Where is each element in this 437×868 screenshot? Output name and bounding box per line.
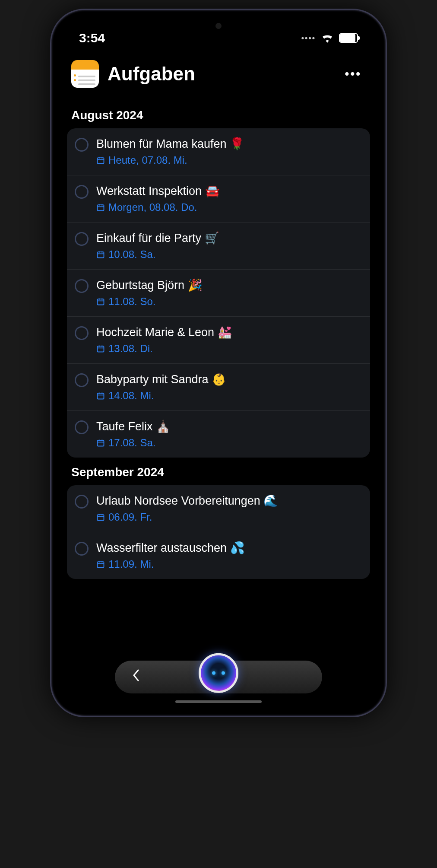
task-title: Einkauf für die Party 🛒 (96, 231, 362, 245)
wifi-icon (321, 33, 334, 43)
task-item[interactable]: Blumen für Mama kaufen 🌹Heute, 07.08. Mi… (67, 128, 370, 175)
section-header: September 2024 (67, 458, 370, 485)
notch (180, 17, 257, 35)
task-date-text: 11.08. So. (108, 296, 155, 308)
svg-rect-0 (98, 158, 104, 163)
svg-rect-4 (98, 346, 104, 352)
svg-rect-1 (98, 205, 104, 210)
task-title: Babyparty mit Sandra 👶 (96, 372, 362, 386)
assistant-orb[interactable] (199, 653, 238, 693)
task-title: Geburtstag Björn 🎉 (96, 278, 362, 292)
task-date-text: 13.08. Di. (108, 343, 153, 355)
task-list-scroll[interactable]: August 2024Blumen für Mama kaufen 🌹Heute… (58, 101, 379, 709)
task-title: Urlaub Nordsee Vorbereitungen 🌊 (96, 494, 362, 508)
task-group: Urlaub Nordsee Vorbereitungen 🌊06.09. Fr… (67, 485, 370, 579)
task-checkbox[interactable] (75, 185, 89, 199)
bottom-bar (115, 661, 322, 693)
task-item[interactable]: Einkauf für die Party 🛒10.08. Sa. (67, 223, 370, 270)
task-item[interactable]: Hochzeit Marie & Leon 💒13.08. Di. (67, 317, 370, 364)
back-button[interactable] (132, 669, 140, 685)
task-checkbox[interactable] (75, 326, 89, 340)
svg-rect-5 (98, 393, 104, 399)
status-right: •••• (301, 33, 358, 43)
task-date: 14.08. Mi. (96, 390, 362, 402)
task-date: 11.08. So. (96, 296, 362, 308)
phone-frame: 3:54 •••• Aufgaben ••• August 2024Blumen… (50, 9, 387, 717)
task-item[interactable]: Taufe Felix ⛪17.08. Sa. (67, 411, 370, 458)
task-date-text: 11.09. Mi. (108, 558, 154, 570)
task-checkbox[interactable] (75, 542, 89, 556)
screen: 3:54 •••• Aufgaben ••• August 2024Blumen… (58, 17, 379, 709)
svg-rect-2 (98, 252, 104, 258)
task-body: Geburtstag Björn 🎉11.08. So. (96, 278, 362, 308)
task-date: 11.09. Mi. (96, 558, 362, 570)
task-item[interactable]: Geburtstag Björn 🎉11.08. So. (67, 270, 370, 317)
task-date: Heute, 07.08. Mi. (96, 154, 362, 166)
task-checkbox[interactable] (75, 279, 89, 293)
task-checkbox[interactable] (75, 420, 89, 434)
task-item[interactable]: Urlaub Nordsee Vorbereitungen 🌊06.09. Fr… (67, 485, 370, 532)
task-date: 10.08. Sa. (96, 248, 362, 261)
home-indicator[interactable] (175, 700, 262, 703)
battery-icon (339, 33, 358, 43)
app-header: Aufgaben ••• (58, 51, 379, 101)
task-title: Taufe Felix ⛪ (96, 420, 362, 433)
svg-rect-8 (98, 562, 104, 567)
svg-rect-3 (98, 299, 104, 305)
task-body: Blumen für Mama kaufen 🌹Heute, 07.08. Mi… (96, 137, 362, 166)
task-group: Blumen für Mama kaufen 🌹Heute, 07.08. Mi… (67, 128, 370, 458)
task-body: Einkauf für die Party 🛒10.08. Sa. (96, 231, 362, 261)
task-checkbox[interactable] (75, 232, 89, 246)
task-body: Taufe Felix ⛪17.08. Sa. (96, 420, 362, 449)
task-title: Hochzeit Marie & Leon 💒 (96, 325, 362, 339)
task-date: 13.08. Di. (96, 343, 362, 355)
task-checkbox[interactable] (75, 495, 89, 509)
task-checkbox[interactable] (75, 138, 89, 152)
svg-rect-7 (98, 515, 104, 520)
page-title: Aufgaben (108, 63, 332, 85)
task-date-text: 10.08. Sa. (108, 248, 155, 261)
section-header: August 2024 (67, 101, 370, 128)
task-body: Werkstatt Inspektion 🚘Morgen, 08.08. Do. (96, 184, 362, 213)
svg-rect-6 (98, 440, 104, 446)
task-title: Werkstatt Inspektion 🚘 (96, 184, 362, 198)
task-date: 06.09. Fr. (96, 511, 362, 523)
task-date: 17.08. Sa. (96, 437, 362, 449)
task-title: Blumen für Mama kaufen 🌹 (96, 137, 362, 151)
task-checkbox[interactable] (75, 373, 89, 387)
task-date: Morgen, 08.08. Do. (96, 201, 362, 213)
task-body: Babyparty mit Sandra 👶14.08. Mi. (96, 372, 362, 402)
app-icon (71, 60, 99, 88)
task-body: Urlaub Nordsee Vorbereitungen 🌊06.09. Fr… (96, 494, 362, 523)
task-item[interactable]: Werkstatt Inspektion 🚘Morgen, 08.08. Do. (67, 175, 370, 223)
task-date-text: 06.09. Fr. (108, 511, 152, 523)
more-button[interactable]: ••• (341, 63, 366, 85)
task-date-text: Morgen, 08.08. Do. (108, 201, 197, 213)
task-item[interactable]: Babyparty mit Sandra 👶14.08. Mi. (67, 364, 370, 411)
task-item[interactable]: Wasserfilter austauschen 💦11.09. Mi. (67, 532, 370, 579)
cellular-icon: •••• (301, 34, 316, 43)
task-body: Wasserfilter austauschen 💦11.09. Mi. (96, 541, 362, 570)
task-date-text: 14.08. Mi. (108, 390, 154, 402)
task-date-text: 17.08. Sa. (108, 437, 155, 449)
task-date-text: Heute, 07.08. Mi. (108, 154, 187, 166)
status-time: 3:54 (79, 31, 105, 45)
task-body: Hochzeit Marie & Leon 💒13.08. Di. (96, 325, 362, 355)
task-title: Wasserfilter austauschen 💦 (96, 541, 362, 555)
